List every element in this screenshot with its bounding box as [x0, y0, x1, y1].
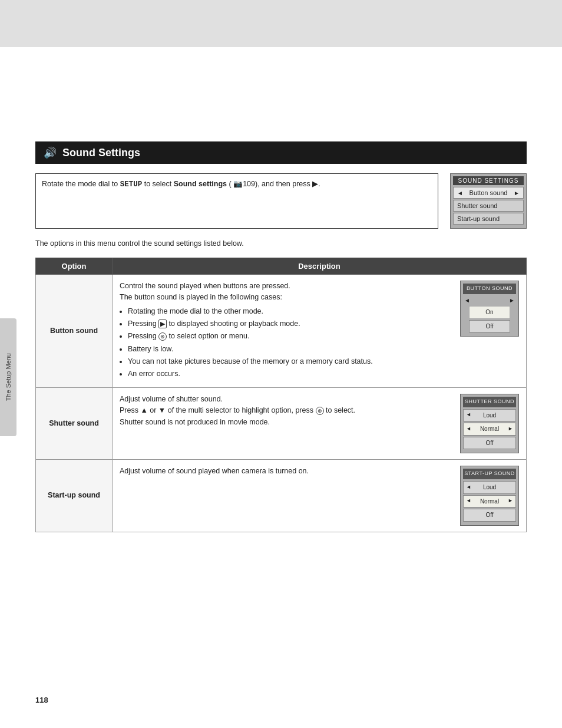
bullet-item: Battery is low.	[128, 344, 454, 355]
menu-item-label: Button sound	[470, 189, 508, 196]
arrow-left-icon: ◄	[457, 190, 463, 196]
intro-section: Rotate the mode dial to SETUP to select …	[35, 173, 527, 229]
desc-shutter-sound: Adjust volume of shutter sound. Press ▲ …	[113, 387, 527, 459]
sh-loud-label: Loud	[483, 411, 496, 420]
sidebar-tab: The Setup Menu	[0, 318, 16, 436]
desc-startup-sound: Adjust volume of sound played when camer…	[113, 460, 527, 532]
button-sound-screenshot: BUTTON SOUND ◄ ► On Off	[460, 281, 519, 381]
shutter-title: SHUTTER SOUND	[463, 397, 516, 407]
bullet-item: Pressing ⊛ to select option or menu.	[128, 331, 454, 342]
btn-sound-on: On	[469, 306, 510, 319]
mode-code: SETUP	[120, 180, 143, 189]
intro-text-box: Rotate the mode dial to SETUP to select …	[35, 173, 438, 229]
ref-icon: 📷	[233, 180, 243, 188]
bullet-list-button: Rotating the mode dial to the other mode…	[128, 306, 454, 380]
option-label-shutter: Shutter sound	[49, 419, 99, 427]
col-header-description: Description	[113, 258, 527, 274]
menu-item-label-startup: Start-up sound	[457, 215, 500, 222]
decorative-top-box	[0, 0, 562, 47]
options-text: The options in this menu control the sou…	[35, 238, 527, 249]
shutter-desc3: Shutter sound is not produced in movie m…	[120, 418, 270, 426]
su-loud-label: Loud	[483, 483, 496, 492]
sh-right2: ►	[508, 425, 513, 433]
sound-menu-screenshot: SOUND SETTINGS ◄ Button sound ► Shutter …	[450, 173, 527, 229]
menu-item-label-shutter: Shutter sound	[457, 202, 498, 209]
btn-left-arrow: ◄	[464, 296, 470, 305]
desc-line1: Control the sound played when buttons ar…	[120, 282, 290, 290]
desc-text-shutter: Adjust volume of shutter sound. Press ▲ …	[120, 394, 454, 453]
bold-setting: Sound settings	[174, 180, 227, 188]
bullet-item: An error occurs.	[128, 368, 454, 380]
sh-left2: ◄	[466, 425, 471, 433]
bullet-item: You can not take pictures because of the…	[128, 356, 454, 367]
shutter-sound-screenshot: SHUTTER SOUND ◄ Loud ► ◄ Normal	[460, 394, 519, 453]
btn-right-arrow: ►	[509, 296, 515, 305]
startup-desc1: Adjust volume of sound played when camer…	[120, 467, 309, 475]
intro-text: Rotate the mode dial to SETUP to select …	[42, 180, 320, 188]
option-label-button-sound: Button sound	[50, 327, 98, 335]
option-startup-sound: Start-up sound	[36, 460, 113, 532]
menu-icon: ⊛	[158, 332, 167, 341]
sh-normal-label: Normal	[480, 424, 499, 434]
startup-screen: START-UP SOUND ◄ Loud ► ◄ Normal	[460, 466, 519, 525]
shutter-desc2: Press ▲ or ▼ of the multi selector to hi…	[120, 406, 355, 414]
su-normal-label: Normal	[480, 497, 499, 506]
shutter-off: ◄ Off ►	[463, 437, 516, 450]
bullet-item: Pressing ▶ to displayed shooting or play…	[128, 318, 454, 330]
desc-text-button: Control the sound played when buttons ar…	[120, 281, 454, 381]
su-left: ◄	[466, 483, 471, 492]
desc-button-sound: Control the sound played when buttons ar…	[113, 274, 527, 387]
btn-sound-title: BUTTON SOUND	[463, 284, 516, 294]
desc-cell-button: Control the sound played when buttons ar…	[120, 281, 519, 381]
sound-menu-item-shutter: Shutter sound	[453, 200, 524, 212]
shutter-screen: SHUTTER SOUND ◄ Loud ► ◄ Normal	[460, 394, 519, 453]
title-bar: 🔊 Sound Settings	[35, 141, 527, 164]
col-header-option: Option	[36, 258, 113, 274]
bullet-item: Rotating the mode dial to the other mode…	[128, 306, 454, 317]
shutter-loud: ◄ Loud ►	[463, 409, 516, 422]
startup-off: ◄ Off ►	[463, 509, 516, 522]
desc-cell-shutter: Adjust volume of shutter sound. Press ▲ …	[120, 394, 519, 453]
sh-left: ◄	[466, 411, 471, 419]
ok-icon: ⊛	[316, 407, 324, 415]
su-right2: ►	[508, 497, 513, 505]
desc-text-startup: Adjust volume of sound played when camer…	[120, 466, 454, 525]
desc-cell-startup: Adjust volume of sound played when camer…	[120, 466, 519, 525]
btn-sound-screen: BUTTON SOUND ◄ ► On Off	[460, 281, 519, 337]
option-shutter-sound: Shutter sound	[36, 387, 113, 459]
sound-menu-item-startup: Start-up sound	[453, 213, 524, 225]
option-label-startup: Start-up sound	[48, 491, 100, 499]
play-icon: ▶	[158, 319, 167, 328]
sidebar-label: The Setup Menu	[5, 353, 12, 401]
shutter-desc1: Adjust volume of shutter sound.	[120, 395, 223, 403]
arrow-right-icon: ►	[514, 190, 520, 196]
shutter-normal: ◄ Normal ►	[463, 423, 516, 436]
sound-menu-title: SOUND SETTINGS	[453, 176, 524, 185]
sh-off-label: Off	[485, 439, 493, 448]
content-area: 🔊 Sound Settings Rotate the mode dial to…	[35, 141, 527, 579]
su-off-label: Off	[485, 510, 493, 520]
startup-sound-screenshot: START-UP SOUND ◄ Loud ► ◄ Normal	[460, 466, 519, 525]
page-title: Sound Settings	[62, 147, 140, 159]
su-left2: ◄	[466, 497, 471, 505]
table-row-startup-sound: Start-up sound Adjust volume of sound pl…	[36, 460, 527, 532]
option-button-sound: Button sound	[36, 274, 113, 387]
startup-loud: ◄ Loud ►	[463, 481, 516, 494]
btn-sound-off: Off	[469, 320, 510, 333]
startup-title: START-UP SOUND	[463, 469, 516, 479]
sound-icon: 🔊	[44, 146, 57, 159]
table-row-button-sound: Button sound Control the sound played wh…	[36, 274, 527, 387]
startup-normal: ◄ Normal ►	[463, 495, 516, 508]
page-number: 118	[35, 696, 48, 704]
options-table: Option Description Button sound Control …	[35, 258, 527, 532]
table-row-shutter-sound: Shutter sound Adjust volume of shutter s…	[36, 387, 527, 459]
page-wrapper: The Setup Menu 🔊 Sound Settings Rotate t…	[0, 0, 562, 728]
sound-menu-item-button: ◄ Button sound ►	[453, 187, 524, 199]
desc-line2: The button sound is played in the follow…	[120, 293, 282, 301]
